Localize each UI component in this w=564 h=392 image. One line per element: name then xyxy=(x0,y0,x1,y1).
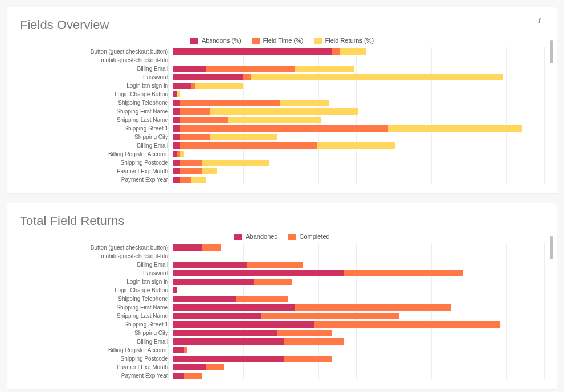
row-label: Login btn sign in xyxy=(20,83,173,89)
row-label: Shipping Telephone xyxy=(20,296,173,302)
bar-segment[interactable] xyxy=(173,108,180,115)
row-label: Billing Email xyxy=(20,338,173,345)
bar-segment[interactable] xyxy=(173,125,180,132)
bar-segment[interactable] xyxy=(340,48,366,55)
bar-segment[interactable] xyxy=(261,313,399,319)
bar-segment[interactable] xyxy=(314,321,500,328)
bar-segment[interactable] xyxy=(173,287,177,293)
bar-segment[interactable] xyxy=(173,160,180,166)
info-icon[interactable]: i xyxy=(535,17,544,26)
page: Fields Overview i Abandons (%) Field Tim… xyxy=(0,0,564,392)
bar-cell xyxy=(173,66,544,72)
bar-segment[interactable] xyxy=(180,117,228,123)
bar-segment[interactable] xyxy=(173,338,284,345)
bar-cell xyxy=(173,330,544,336)
bar-segment[interactable] xyxy=(280,100,329,106)
chart-row: Login Change Button xyxy=(20,90,544,99)
legend-item-abandoned[interactable]: Abandoned xyxy=(234,233,277,240)
chart-row: Shipping Street 1 xyxy=(20,124,544,133)
bar-segment[interactable] xyxy=(247,262,303,268)
bar-segment[interactable] xyxy=(184,347,188,353)
bar-segment[interactable] xyxy=(173,304,295,311)
bar-segment[interactable] xyxy=(388,125,522,132)
bar-segment[interactable] xyxy=(254,279,291,285)
bar-segment[interactable] xyxy=(206,364,225,370)
bar-segment[interactable] xyxy=(251,74,503,80)
bar-segment[interactable] xyxy=(173,134,180,140)
bar-segment[interactable] xyxy=(173,356,284,362)
bar-segment[interactable] xyxy=(284,338,344,345)
bar-segment[interactable] xyxy=(173,168,180,174)
bar-segment[interactable] xyxy=(173,48,332,55)
bar-segment[interactable] xyxy=(202,244,221,251)
bar-segment[interactable] xyxy=(180,168,202,174)
scrollbar-thumb[interactable] xyxy=(550,40,553,63)
row-label: Payment Exp Year xyxy=(20,373,173,379)
bar-segment[interactable] xyxy=(173,330,277,336)
bar-segment[interactable] xyxy=(180,151,184,157)
bar-segment[interactable] xyxy=(228,117,321,123)
row-label: Login Change Button xyxy=(20,287,173,293)
bar-segment[interactable] xyxy=(173,66,206,72)
bar-segment[interactable] xyxy=(180,108,210,115)
bar-segment[interactable] xyxy=(173,117,180,123)
bar-cell xyxy=(173,57,544,63)
legend-item-completed[interactable]: Completed xyxy=(288,233,330,240)
bar-segment[interactable] xyxy=(180,160,202,166)
bar-segment[interactable] xyxy=(180,142,317,149)
row-label: Shipping Street 1 xyxy=(20,321,173,328)
bar-segment[interactable] xyxy=(195,83,243,89)
bar-segment[interactable] xyxy=(277,330,333,336)
row-label: Button (guest checkout button) xyxy=(20,48,173,55)
bar-segment[interactable] xyxy=(180,134,210,140)
bar-segment[interactable] xyxy=(202,168,217,174)
legend-label: Field Time (%) xyxy=(263,37,304,44)
bar-segment[interactable] xyxy=(173,321,314,328)
bar-segment[interactable] xyxy=(173,100,180,106)
chart-row: Billing Email xyxy=(20,64,544,73)
bar-segment[interactable] xyxy=(173,313,261,319)
legend-label: Abandoned xyxy=(246,233,277,240)
legend-item-abandons[interactable]: Abandons (%) xyxy=(190,37,242,44)
bar-segment[interactable] xyxy=(210,134,276,140)
row-label: Shipping First Name xyxy=(20,108,173,115)
scrollbar-thumb[interactable] xyxy=(550,236,553,259)
chart-row: Button (guest checkout button) xyxy=(20,47,544,56)
chart-row: Payment Exp Year xyxy=(20,371,544,380)
bar-segment[interactable] xyxy=(173,373,184,379)
bar-segment[interactable] xyxy=(180,177,191,183)
bar-segment[interactable] xyxy=(202,160,269,166)
bar-segment[interactable] xyxy=(206,66,295,72)
bar-segment[interactable] xyxy=(173,83,191,89)
bar-segment[interactable] xyxy=(184,373,203,379)
bar-segment[interactable] xyxy=(210,108,358,115)
row-label: Billing Register Account xyxy=(20,347,173,353)
bar-segment[interactable] xyxy=(332,48,340,55)
row-label: mobile-guest-checkout-btn xyxy=(20,253,173,259)
bar-segment[interactable] xyxy=(243,74,251,80)
bar-segment[interactable] xyxy=(344,270,463,276)
legend-item-time[interactable]: Field Time (%) xyxy=(252,37,304,44)
bar-segment[interactable] xyxy=(173,177,180,183)
bar-segment[interactable] xyxy=(191,177,206,183)
bar-segment[interactable] xyxy=(180,100,280,106)
bar-segment[interactable] xyxy=(295,66,354,72)
chart-row: Payment Exp Month xyxy=(20,363,544,371)
bar-segment[interactable] xyxy=(180,125,388,132)
bar-segment[interactable] xyxy=(173,364,206,370)
bar-segment[interactable] xyxy=(177,91,181,97)
bar-segment[interactable] xyxy=(236,296,288,302)
bar-segment[interactable] xyxy=(173,270,344,276)
bar-segment[interactable] xyxy=(173,74,243,80)
bar-cell xyxy=(173,262,544,268)
legend-item-returns[interactable]: Field Returns (%) xyxy=(314,37,374,44)
bar-segment[interactable] xyxy=(295,304,451,311)
bar-segment[interactable] xyxy=(173,244,202,251)
bar-segment[interactable] xyxy=(173,296,236,302)
bar-segment[interactable] xyxy=(173,279,254,285)
bar-segment[interactable] xyxy=(173,142,180,149)
bar-segment[interactable] xyxy=(173,347,184,353)
bar-segment[interactable] xyxy=(317,142,395,149)
bar-segment[interactable] xyxy=(173,262,247,268)
bar-segment[interactable] xyxy=(284,356,333,362)
